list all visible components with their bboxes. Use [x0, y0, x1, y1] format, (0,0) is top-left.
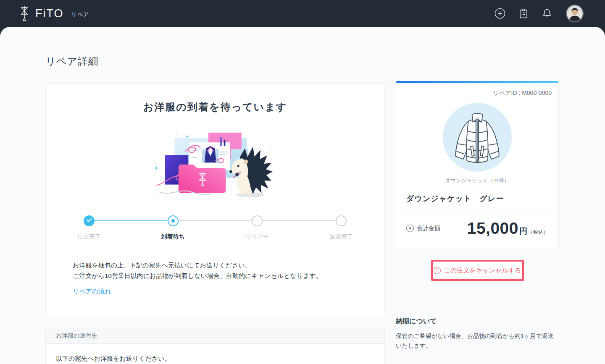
- address-card-header: お洋服の送付先: [46, 328, 384, 344]
- page-title: リペア詳細: [45, 55, 385, 68]
- right-column: リペアID : M000-0000: [396, 81, 559, 364]
- price-amount: 15,000: [467, 219, 518, 238]
- delivery-info-heading: 納期について: [396, 317, 559, 326]
- left-column: リペア詳細 お洋服の到着を待っています: [45, 55, 385, 364]
- item-image-circle: [443, 103, 512, 172]
- alert-icon: !: [434, 267, 441, 274]
- step-label: 到着待ち: [144, 233, 203, 241]
- step-label: リペア中: [228, 233, 287, 241]
- item-type-label: ダウンジャケット（中綿）: [396, 177, 558, 184]
- delivery-info-text: 保管のご希望がない場合、お品物の到着から約1ヶ月で返送いたします。: [396, 331, 559, 351]
- info-divider: [396, 360, 559, 360]
- repair-status-card: お洋服の到着を待っています: [45, 83, 385, 316]
- brand-name: FiTO: [35, 7, 64, 20]
- down-jacket-icon: [451, 109, 503, 165]
- address-line1: 以下の宛先へお洋服をお送りください。: [56, 353, 374, 364]
- stepper-line: [263, 220, 336, 221]
- address-card-body: 以下の宛先へお洋服をお送りください。 10日以内にお洋服が到着しない場合、自動的…: [46, 344, 384, 364]
- navbar-actions: [495, 5, 583, 21]
- cancel-button-label: この注文をキャンセルする: [444, 267, 521, 275]
- progress-stepper: 注文完了 到着待ち リペア中 返送完了: [81, 215, 350, 246]
- brand-service-label: リペア: [71, 11, 89, 18]
- status-heading: お洋服の到着を待っています: [46, 84, 384, 114]
- brand-logo[interactable]: FiTO リペア: [18, 6, 89, 21]
- price-unit: 円: [519, 226, 527, 237]
- step-circle: [252, 215, 263, 226]
- user-avatar[interactable]: [567, 5, 583, 21]
- status-description-line1: お洋服を梱包の上、下記の宛先へ元払いにてお送りください。: [73, 260, 358, 270]
- orders-clipboard-icon[interactable]: [518, 8, 529, 19]
- shipping-address-card: お洋服の送付先 以下の宛先へお洋服をお送りください。 10日以内にお洋服が到着し…: [45, 328, 385, 364]
- step-circle: [84, 215, 95, 226]
- navbar: FiTO リペア: [0, 0, 605, 27]
- status-illustration: [46, 125, 384, 201]
- step-circle: [336, 215, 347, 226]
- item-name: ダウンジャケット グレー: [396, 184, 558, 212]
- info-sections: 納期について 保管のご希望がない場合、お品物の到着から約1ヶ月で返送いたします。…: [396, 317, 559, 364]
- order-summary-card: リペアID : M000-0000: [396, 81, 559, 247]
- repair-id: リペアID : M000-0000: [396, 83, 558, 97]
- step-label: 注文完了: [60, 233, 118, 241]
- price-tax-note: （税込）: [528, 229, 548, 236]
- add-icon[interactable]: [495, 8, 505, 19]
- status-description-line2: ご注文から10営業日以内にお品物が到着しない場合、自動的にキャンセルとなります。: [73, 270, 358, 281]
- repair-flow-link[interactable]: リペアの流れ: [73, 288, 111, 296]
- step-label: 返送完了: [312, 233, 371, 241]
- main-surface: リペア詳細 お洋服の到着を待っています: [0, 27, 605, 364]
- step-circle: [168, 215, 179, 226]
- total-price-row: ¥ 合計金額 15,000 円 （税込）: [396, 212, 558, 247]
- total-label: 合計金額: [417, 225, 440, 232]
- delivery-info-section: 納期について 保管のご希望がない場合、お品物の到着から約1ヶ月で返送いたします。: [396, 317, 559, 351]
- cancel-order-button[interactable]: ! この注文をキャンセルする: [431, 260, 524, 281]
- yen-icon: ¥: [406, 225, 414, 232]
- notifications-bell-icon[interactable]: [542, 8, 552, 19]
- stepper-line: [179, 220, 252, 221]
- fito-logo-icon: [18, 6, 30, 21]
- total-label-group: ¥ 合計金額: [406, 225, 440, 232]
- price-value: 15,000 円 （税込）: [467, 219, 548, 238]
- status-description: お洋服を梱包の上、下記の宛先へ元払いにてお送りください。 ご注文から10営業日以…: [73, 260, 358, 281]
- stepper-line-active: [95, 220, 168, 221]
